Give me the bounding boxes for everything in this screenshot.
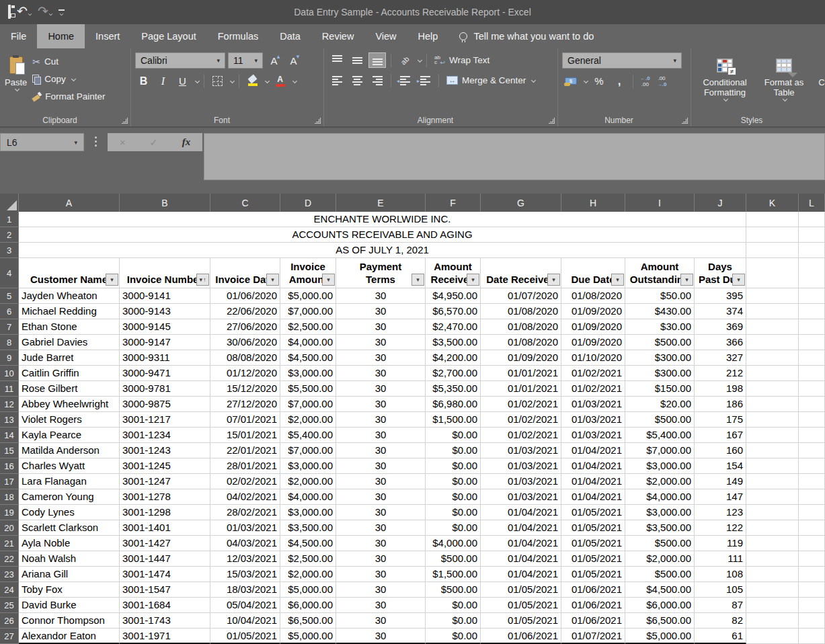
- cell-K5[interactable]: [746, 288, 799, 304]
- cell-H25[interactable]: 01/06/2021: [561, 598, 625, 613]
- cell-H23[interactable]: 01/05/2021: [561, 567, 625, 582]
- cell-J8[interactable]: 366: [695, 335, 746, 350]
- cell-D16[interactable]: $3,000.00: [280, 458, 336, 474]
- cell-L19[interactable]: [799, 505, 825, 520]
- cell-B23[interactable]: 3001-1474: [120, 567, 210, 582]
- cell-J20[interactable]: 122: [695, 520, 746, 536]
- tell-me-search[interactable]: Tell me what you want to do: [448, 24, 604, 48]
- cell-F21[interactable]: $4,000.00: [426, 536, 481, 551]
- cell-B14[interactable]: 3001-1234: [120, 428, 210, 443]
- row-header-27[interactable]: 27: [0, 629, 19, 644]
- ribbon-tab-help[interactable]: Help: [407, 24, 449, 48]
- cell-K23[interactable]: [746, 567, 799, 582]
- align-left-button[interactable]: [328, 73, 346, 88]
- cell-F19[interactable]: $0.00: [426, 505, 481, 520]
- font-size-combobox[interactable]: 11 ▾: [228, 52, 263, 69]
- column-header-B[interactable]: B: [120, 194, 210, 212]
- row-header-21[interactable]: 21: [0, 536, 19, 551]
- cell-J21[interactable]: 119: [695, 536, 746, 551]
- cell-B25[interactable]: 3001-1684: [120, 598, 210, 613]
- filter-button-invoice-date[interactable]: ▾: [266, 274, 279, 286]
- row-header-11[interactable]: 11: [0, 381, 19, 397]
- undo-dropdown-icon[interactable]: [28, 12, 32, 16]
- italic-button[interactable]: I: [155, 73, 171, 89]
- column-header-J[interactable]: J: [695, 194, 746, 212]
- cell-I9[interactable]: $300.00: [625, 350, 695, 366]
- cell-H6[interactable]: 01/09/2020: [561, 304, 625, 319]
- column-header-H[interactable]: H: [561, 194, 625, 212]
- cell-A27[interactable]: Alexandor Eaton: [19, 629, 120, 644]
- cell-A6[interactable]: Michael Redding: [19, 304, 120, 319]
- row-header-3[interactable]: 3: [0, 243, 19, 258]
- cell-G7[interactable]: 01/08/2020: [481, 319, 561, 335]
- name-box[interactable]: L6 ▾: [0, 133, 84, 151]
- cell-I27[interactable]: $5,000.00: [625, 629, 695, 644]
- cell-C27[interactable]: 01/05/2021: [210, 629, 280, 644]
- cell-I8[interactable]: $500.00: [625, 335, 695, 350]
- filter-button-date-received[interactable]: ▾: [547, 274, 560, 286]
- increase-font-size-button[interactable]: A▲: [266, 53, 282, 69]
- cell-B20[interactable]: 3001-1401: [120, 520, 210, 536]
- cell-H9[interactable]: 01/10/2020: [561, 350, 625, 366]
- alignment-dialog-launcher-icon[interactable]: [549, 118, 555, 124]
- cell-D11[interactable]: $5,500.00: [280, 381, 336, 397]
- merged-title-cell-row3[interactable]: AS OF JULY 1, 2021: [19, 243, 746, 258]
- middle-align-button[interactable]: [348, 52, 366, 68]
- cell-C6[interactable]: 22/06/2020: [210, 304, 280, 319]
- cell-I5[interactable]: $50.00: [625, 288, 695, 304]
- cell-G25[interactable]: 01/05/2021: [481, 598, 561, 613]
- cell-A20[interactable]: Scarlett Clarkson: [19, 520, 120, 536]
- cell-I7[interactable]: $30.00: [625, 319, 695, 335]
- cell-H8[interactable]: 01/09/2020: [561, 335, 625, 350]
- cell-J26[interactable]: 82: [695, 613, 746, 629]
- cell-I22[interactable]: $2,000.00: [625, 551, 695, 567]
- cell-K27[interactable]: [746, 629, 799, 644]
- cell-C19[interactable]: 28/02/2021: [210, 505, 280, 520]
- header-cell-A4[interactable]: Customer Name▾: [19, 258, 120, 288]
- select-all-button[interactable]: [0, 194, 19, 212]
- cell-D14[interactable]: $5,400.00: [280, 428, 336, 443]
- cell-B16[interactable]: 3001-1245: [120, 458, 210, 474]
- cell-J17[interactable]: 149: [695, 474, 746, 489]
- cell-K24[interactable]: [746, 582, 799, 598]
- cell-D9[interactable]: $4,500.00: [280, 350, 336, 366]
- cell-J7[interactable]: 369: [695, 319, 746, 335]
- paste-button[interactable]: Paste: [2, 52, 30, 115]
- cell-C9[interactable]: 08/08/2020: [210, 350, 280, 366]
- cell-A16[interactable]: Charles Wyatt: [19, 458, 120, 474]
- cell-G21[interactable]: 01/04/2021: [481, 536, 561, 551]
- cell-G12[interactable]: 01/02/2021: [481, 397, 561, 412]
- cell-J14[interactable]: 167: [695, 428, 746, 443]
- cell-B18[interactable]: 3001-1278: [120, 489, 210, 505]
- row-header-19[interactable]: 19: [0, 505, 19, 520]
- cell-D13[interactable]: $2,000.00: [280, 412, 336, 428]
- decrease-indent-button[interactable]: ◂: [396, 73, 414, 88]
- cell-A18[interactable]: Cameron Young: [19, 489, 120, 505]
- cell-F11[interactable]: $5,350.00: [426, 381, 481, 397]
- cell-F15[interactable]: $0.00: [426, 443, 481, 458]
- cell-E17[interactable]: 30: [336, 474, 426, 489]
- cell-A23[interactable]: Ariana Gill: [19, 567, 120, 582]
- cell-G11[interactable]: 01/01/2021: [481, 381, 561, 397]
- cell-K1[interactable]: [746, 212, 799, 227]
- ribbon-tab-data[interactable]: Data: [269, 24, 311, 48]
- cell-I6[interactable]: $430.00: [625, 304, 695, 319]
- cell-D25[interactable]: $6,000.00: [280, 598, 336, 613]
- cell-B9[interactable]: 3000-9311: [120, 350, 210, 366]
- row-header-13[interactable]: 13: [0, 412, 19, 428]
- cell-A12[interactable]: Abbey Wheelwright: [19, 397, 120, 412]
- cell-L22[interactable]: [799, 551, 825, 567]
- cell-K9[interactable]: [746, 350, 799, 366]
- cell-J23[interactable]: 108: [695, 567, 746, 582]
- cell-B13[interactable]: 3001-1217: [120, 412, 210, 428]
- cell-D8[interactable]: $4,000.00: [280, 335, 336, 350]
- top-align-button[interactable]: [328, 52, 346, 68]
- cell-C23[interactable]: 15/03/2021: [210, 567, 280, 582]
- cell-H19[interactable]: 01/05/2021: [561, 505, 625, 520]
- cell-I10[interactable]: $300.00: [625, 366, 695, 381]
- header-cell-I4[interactable]: AmountOutstanding▾: [625, 258, 695, 288]
- cell-A24[interactable]: Toby Fox: [19, 582, 120, 598]
- cell-B22[interactable]: 3001-1447: [120, 551, 210, 567]
- cell-F22[interactable]: $500.00: [426, 551, 481, 567]
- cell-L10[interactable]: [799, 366, 825, 381]
